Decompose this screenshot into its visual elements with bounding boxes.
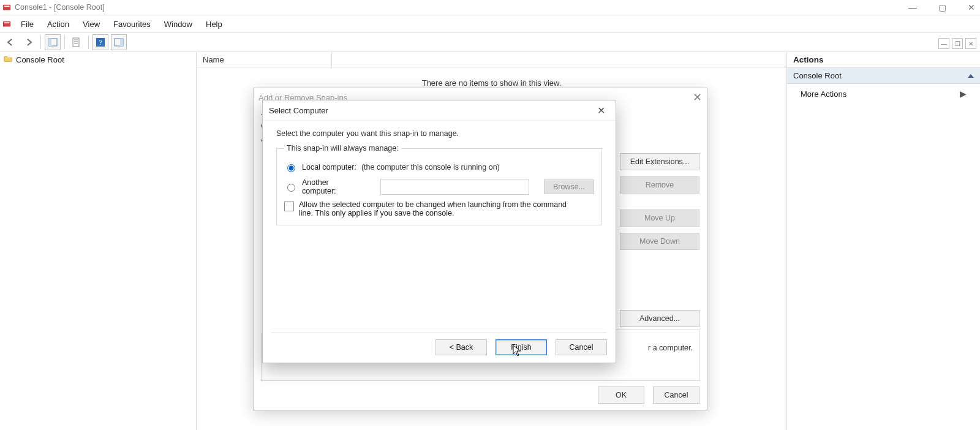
local-computer-hint: (the computer this console is running on… [361, 163, 500, 172]
back-button[interactable]: < Back [435, 339, 487, 355]
local-computer-label: Local computer: [302, 163, 356, 172]
collapse-up-icon [968, 74, 974, 78]
svg-rect-6 [73, 38, 79, 47]
actions-header: Actions [787, 52, 980, 68]
actions-section[interactable]: Console Root [787, 68, 980, 84]
mdi-close-button[interactable]: ✕ [965, 38, 976, 49]
more-actions-label: More Actions [801, 89, 846, 99]
menu-action[interactable]: Action [41, 17, 75, 31]
mmc-app-icon [2, 3, 11, 12]
menu-favourites[interactable]: Favourites [107, 17, 157, 31]
menubar: File Action View Favourites Window Help … [0, 15, 980, 33]
empty-list-message: There are no items to show in this view. [197, 67, 786, 88]
svg-rect-0 [3, 5, 10, 10]
tree-node-console-root[interactable]: Console Root [0, 52, 196, 67]
close-button[interactable]: ✕ [964, 2, 979, 12]
another-computer-input[interactable] [380, 179, 529, 195]
help-button[interactable]: ? [92, 34, 108, 50]
main-window-controls: — ▢ ✕ [905, 0, 979, 15]
list-column-header[interactable]: Name [197, 52, 786, 67]
mdi-minimize-button[interactable]: — [938, 38, 949, 49]
nav-forward-button[interactable] [21, 34, 37, 50]
console-tree[interactable]: Console Root [0, 52, 197, 430]
tree-node-label: Console Root [16, 55, 64, 64]
cancel-button[interactable]: Cancel [653, 387, 699, 404]
mdi-window-controls: — ❐ ✕ [938, 38, 976, 49]
column-name[interactable]: Name [197, 52, 332, 67]
nav-back-button[interactable] [2, 34, 18, 50]
select-computer-dialog: Select Computer ✕ Select the computer yo… [262, 100, 616, 363]
folder-icon [4, 55, 12, 65]
cancel-button[interactable]: Cancel [556, 339, 607, 355]
mmc-doc-icon [2, 20, 11, 28]
column-name-label: Name [203, 55, 224, 64]
menu-view[interactable]: View [77, 17, 106, 31]
move-up-button[interactable]: Move Up [620, 209, 699, 227]
dialog-close-button[interactable]: ✕ [693, 91, 702, 104]
main-window-title: Console1 - [Console Root] [15, 3, 105, 12]
minimize-button[interactable]: — [905, 2, 920, 12]
properties-button[interactable] [69, 34, 85, 50]
dialog-prompt: Select the computer you want this snap-i… [263, 121, 616, 141]
manage-target-group: This snap-in will always manage: Local c… [276, 144, 602, 225]
allow-change-checkbox[interactable] [284, 202, 294, 211]
dialog-title: Select Computer [269, 106, 328, 115]
finish-button[interactable]: Finish [496, 339, 547, 355]
show-tree-button[interactable] [45, 34, 61, 50]
actions-section-label: Console Root [793, 71, 842, 80]
toolbar: ? [0, 33, 980, 52]
dialog-close-button[interactable]: ✕ [592, 105, 609, 116]
ok-button[interactable]: OK [598, 387, 644, 404]
svg-text:?: ? [99, 39, 102, 46]
mdi-restore-button[interactable]: ❐ [952, 38, 963, 49]
another-computer-radio[interactable] [287, 184, 295, 192]
main-titlebar: Console1 - [Console Root] — ▢ ✕ [0, 0, 980, 15]
svg-rect-1 [4, 6, 10, 7]
maximize-button[interactable]: ▢ [935, 2, 949, 12]
svg-rect-3 [4, 22, 10, 23]
chevron-right-icon: ▶ [960, 89, 967, 99]
toolbar-separator [40, 36, 41, 49]
toolbar-separator [88, 36, 89, 49]
menu-file[interactable]: File [15, 17, 40, 31]
actions-pane: Actions Console Root More Actions ▶ [786, 52, 980, 430]
action-pane-button[interactable] [111, 34, 127, 50]
allow-change-label: Allow the selected computer to be change… [299, 200, 581, 217]
group-legend: This snap-in will always manage: [284, 144, 401, 153]
browse-button[interactable]: Browse... [544, 179, 594, 194]
menu-window[interactable]: Window [158, 17, 198, 31]
menu-help[interactable]: Help [200, 17, 228, 31]
local-computer-radio[interactable] [287, 164, 295, 172]
remove-button[interactable]: Remove [620, 176, 699, 194]
advanced-button[interactable]: Advanced... [620, 310, 699, 327]
svg-rect-2 [3, 21, 10, 27]
edit-extensions-button[interactable]: Edit Extensions... [620, 153, 699, 170]
another-computer-label: Another computer: [302, 178, 363, 195]
svg-rect-5 [48, 39, 51, 46]
actions-more-link[interactable]: More Actions ▶ [787, 84, 980, 104]
toolbar-separator [64, 36, 65, 49]
svg-rect-13 [120, 39, 123, 46]
move-down-button[interactable]: Move Down [620, 233, 699, 250]
